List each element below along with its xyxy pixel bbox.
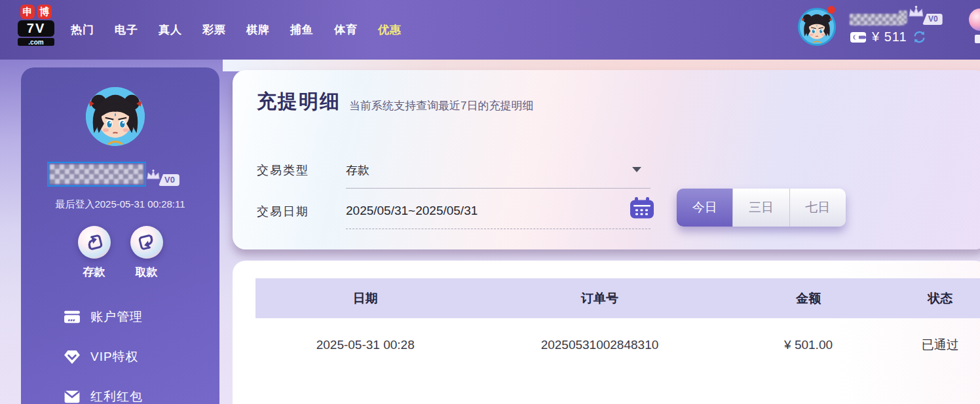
- sidebar-vip-badge: V0: [145, 169, 179, 186]
- nav-item-sports[interactable]: 体育: [334, 22, 358, 37]
- nav-item-slots[interactable]: 电子: [115, 22, 138, 37]
- username-blurred: [850, 14, 905, 26]
- col-header-amount: 金额: [725, 290, 893, 307]
- row-status: 已通过: [893, 337, 980, 354]
- refresh-balance-icon[interactable]: [913, 30, 926, 44]
- balance-amount: ¥ 511: [872, 29, 907, 45]
- account-sidebar: V0 最后登入2025-05-31 00:28:11 存款 取款: [21, 67, 219, 404]
- row-order-number: 20250531002848310: [475, 338, 724, 352]
- nav-item-promo[interactable]: 优惠: [378, 22, 402, 37]
- transaction-date-value[interactable]: 2025/05/31~2025/05/31: [346, 204, 478, 218]
- logo-name: 7V: [18, 20, 54, 37]
- deposit-icon: [78, 226, 111, 259]
- sidebar-avatar[interactable]: [86, 87, 145, 146]
- col-header-order: 订单号: [475, 290, 724, 307]
- sidebar-menu: 账户管理 VIP特权 红利红包: [64, 308, 143, 404]
- date-range-toggle: 今日 三日 七日: [677, 189, 846, 227]
- bank-card-icon: [64, 308, 81, 325]
- nav-item-fishing[interactable]: 捕鱼: [290, 22, 314, 37]
- col-header-date: 日期: [255, 290, 475, 307]
- sidebar-username-blurred: [47, 162, 146, 187]
- page-subtitle: 当前系统支持查询最近7日的充提明细: [349, 98, 533, 115]
- crown-icon: [907, 5, 925, 19]
- logo-tld: .com: [18, 38, 54, 46]
- range-today-button[interactable]: 今日: [677, 189, 732, 227]
- sidebar-item-label: 账户管理: [90, 308, 143, 325]
- vip-level-badge: V0: [922, 14, 943, 25]
- range-3days-button[interactable]: 三日: [732, 189, 789, 227]
- sidebar-item-vip[interactable]: VIP特权: [64, 348, 143, 365]
- vip-progress-blurred: [899, 10, 907, 24]
- records-panel: 日期 订单号 金额 状态 2025-05-31 00:28 2025053100…: [233, 261, 980, 404]
- sidebar-item-account[interactable]: 账户管理: [64, 308, 143, 325]
- col-header-status: 状态: [893, 290, 980, 307]
- withdraw-label: 取款: [136, 265, 158, 280]
- top-navigation-bar: 申 博 7V .com 热门 电子 真人 彩票 棋牌 捕鱼 体育 优惠 V0: [0, 0, 980, 60]
- nav-item-cards[interactable]: 棋牌: [246, 22, 270, 37]
- sidebar-item-label: 红利红包: [90, 388, 143, 404]
- range-7days-button[interactable]: 七日: [789, 189, 846, 227]
- transaction-type-value[interactable]: 存款: [346, 162, 369, 178]
- username-mosaic: [50, 164, 143, 184]
- page: 申 博 7V .com 热门 电子 真人 彩票 棋牌 捕鱼 体育 优惠 V0: [0, 0, 980, 404]
- withdraw-button[interactable]: 取款: [130, 226, 163, 280]
- main-nav: 热门 电子 真人 彩票 棋牌 捕鱼 体育 优惠: [71, 0, 402, 60]
- row-amount: ¥ 501.00: [725, 338, 893, 352]
- nav-item-live[interactable]: 真人: [159, 22, 182, 37]
- date-field-underline: [346, 229, 650, 229]
- logo-badge-1: 申: [20, 5, 35, 19]
- customer-service-widget[interactable]: [969, 9, 980, 31]
- logo-badge-2: 博: [37, 5, 52, 19]
- row-date: 2025-05-31 00:28: [255, 338, 475, 352]
- transaction-date-label: 交易日期: [257, 204, 309, 219]
- crown-icon: [145, 169, 161, 181]
- nav-item-lottery[interactable]: 彩票: [202, 22, 226, 37]
- transaction-type-label: 交易类型: [257, 162, 309, 178]
- type-field-underline: [346, 188, 650, 189]
- dropdown-caret-icon[interactable]: [632, 167, 641, 172]
- notification-dot: [827, 6, 835, 14]
- wallet-icon: [850, 31, 867, 44]
- vip-level-widget[interactable]: V0: [899, 5, 943, 25]
- sidebar-item-redpacket[interactable]: 红利红包: [64, 388, 143, 404]
- withdraw-icon: [130, 226, 163, 259]
- calendar-icon[interactable]: [630, 197, 654, 219]
- nav-item-hot[interactable]: 热门: [71, 22, 94, 37]
- vip-level-badge: V0: [159, 174, 179, 186]
- wallet-balance: ¥ 511: [850, 29, 926, 45]
- filter-panel: 充提明细 当前系统支持查询最近7日的充提明细 交易类型 存款 交易日期 2025…: [233, 70, 980, 249]
- page-title: 充提明细: [257, 88, 341, 115]
- last-login-text: 最后登入2025-05-31 00:28:11: [21, 198, 219, 211]
- customer-service-label-fragment: [975, 35, 980, 43]
- deposit-button[interactable]: 存款: [78, 226, 111, 280]
- table-row: 2025-05-31 00:28 20250531002848310 ¥ 501…: [255, 318, 980, 372]
- red-packet-icon: [64, 388, 81, 404]
- site-logo[interactable]: 申 博 7V .com: [18, 5, 54, 46]
- deposit-label: 存款: [83, 265, 105, 280]
- vip-diamond-icon: [64, 348, 81, 365]
- table-header-row: 日期 订单号 金额 状态: [255, 278, 980, 318]
- sidebar-item-label: VIP特权: [90, 348, 139, 365]
- quick-actions: 存款 取款: [21, 226, 219, 280]
